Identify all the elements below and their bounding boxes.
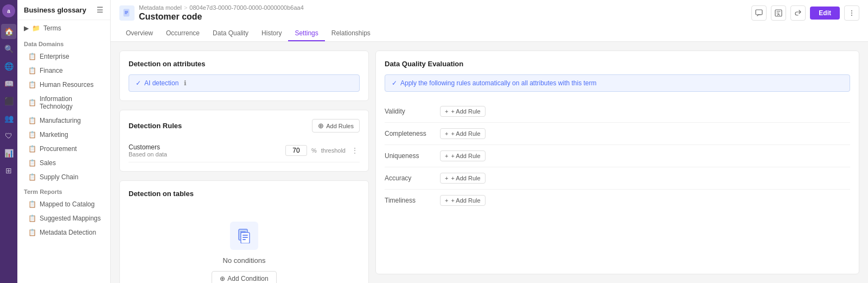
rail-grid[interactable]: ⊞ bbox=[1, 163, 16, 178]
terms-folder-icon: 📁 bbox=[32, 24, 40, 32]
dq-apply-box: ✓ Apply the following rules automaticall… bbox=[385, 74, 850, 92]
sidebar-item-label: Sales bbox=[40, 159, 56, 167]
sidebar-item-enterprise[interactable]: 📋 Enterprise bbox=[17, 49, 110, 64]
domain-icon: 📋 bbox=[28, 117, 36, 124]
title-left: Metadata model > 0804e7d3-0000-7000-0000… bbox=[119, 4, 304, 22]
tab-data-quality[interactable]: Data Quality bbox=[206, 26, 255, 41]
rail-search[interactable]: 🔍 bbox=[1, 41, 16, 56]
terms-label: Terms bbox=[43, 24, 61, 32]
ai-check-icon: ✓ bbox=[136, 79, 141, 87]
top-bar-actions: Edit bbox=[751, 5, 859, 21]
share-button[interactable] bbox=[790, 5, 806, 21]
comment-button[interactable] bbox=[751, 5, 767, 21]
dq-row-validity: Validity + + Add Rule bbox=[385, 100, 850, 123]
sidebar-item-manufacturing[interactable]: 📋 Manufacturing bbox=[17, 114, 110, 128]
edit-button[interactable]: Edit bbox=[810, 7, 840, 20]
sidebar-item-mapped-to-catalog[interactable]: 📋 Mapped to Catalog bbox=[17, 197, 110, 211]
sidebar-item-human-resources[interactable]: 📋 Human Resources bbox=[17, 78, 110, 92]
sidebar-item-label: Supply Chain bbox=[40, 173, 78, 181]
add-rule-timeliness-button[interactable]: + + Add Rule bbox=[440, 195, 486, 206]
sidebar-item-metadata-detection[interactable]: 📋 Metadata Detection bbox=[17, 225, 110, 240]
svg-rect-14 bbox=[242, 235, 248, 236]
sidebar-item-finance[interactable]: 📋 Finance bbox=[17, 64, 110, 78]
breadcrumb-id: 0804e7d3-0000-7000-0000-0000000b6aa4 bbox=[189, 4, 303, 11]
detection-attrs-title: Detection on attributes bbox=[129, 60, 360, 68]
tab-occurrence[interactable]: Occurrence bbox=[159, 26, 206, 41]
top-bar: Metadata model > 0804e7d3-0000-7000-0000… bbox=[111, 0, 868, 42]
plus-icon: + bbox=[445, 175, 448, 181]
rail-home[interactable]: 🏠 bbox=[1, 24, 16, 39]
bookmark-button[interactable] bbox=[771, 5, 786, 21]
sidebar-item-label: Enterprise bbox=[40, 53, 69, 60]
svg-rect-15 bbox=[242, 237, 248, 238]
tab-overview[interactable]: Overview bbox=[119, 26, 159, 41]
rail-book[interactable]: 📖 bbox=[1, 76, 16, 91]
rule-more-icon[interactable]: ⋮ bbox=[350, 145, 360, 156]
tab-settings[interactable]: Settings bbox=[288, 26, 324, 41]
rule-sub: Based on data bbox=[129, 151, 281, 158]
page-title: Customer code bbox=[139, 12, 202, 21]
left-panel: Detection on attributes ✓ AI detection ℹ… bbox=[119, 51, 369, 274]
sidebar-item-procurement[interactable]: 📋 Procurement bbox=[17, 142, 110, 156]
expand-icon: ▶ bbox=[24, 24, 29, 32]
threshold-input[interactable] bbox=[285, 145, 307, 156]
add-condition-button[interactable]: ⊕ Add Condition bbox=[212, 271, 276, 283]
sidebar-item-sales[interactable]: 📋 Sales bbox=[17, 156, 110, 170]
sidebar-item-suggested-mappings[interactable]: 📋 Suggested Mappings bbox=[17, 211, 110, 225]
breadcrumb: Metadata model > 0804e7d3-0000-7000-0000… bbox=[139, 4, 304, 11]
sidebar-item-label: Metadata Detection bbox=[40, 229, 96, 236]
rail-users[interactable]: 👥 bbox=[1, 111, 16, 126]
dq-row-timeliness: Timeliness + + Add Rule bbox=[385, 190, 850, 211]
nav-menu-icon[interactable]: ☰ bbox=[97, 5, 104, 14]
add-rule-accuracy-button[interactable]: + + Add Rule bbox=[440, 173, 486, 184]
detection-tables-card: Detection on tables bbox=[119, 180, 369, 283]
add-rule-completeness-button[interactable]: + + Add Rule bbox=[440, 128, 486, 139]
report-icon: 📋 bbox=[28, 200, 36, 208]
svg-rect-4 bbox=[756, 10, 762, 15]
sidebar-item-label: Marketing bbox=[40, 131, 68, 139]
more-button[interactable] bbox=[844, 5, 859, 21]
rail-chart[interactable]: 📊 bbox=[1, 146, 16, 161]
breadcrumb-model: Metadata model bbox=[139, 4, 182, 11]
sidebar-item-information-technology[interactable]: 📋 Information Technology bbox=[17, 92, 110, 114]
tab-history[interactable]: History bbox=[255, 26, 288, 41]
rail-box[interactable]: ⬛ bbox=[1, 93, 16, 109]
detection-tables-title: Detection on tables bbox=[129, 190, 360, 198]
sidebar-item-marketing[interactable]: 📋 Marketing bbox=[17, 128, 110, 142]
report-icon: 📋 bbox=[28, 229, 36, 236]
breadcrumb-sep: > bbox=[184, 4, 187, 11]
page-icon bbox=[119, 5, 135, 21]
dq-check-icon: ✓ bbox=[392, 79, 397, 87]
main-content: Metadata model > 0804e7d3-0000-7000-0000… bbox=[111, 0, 868, 283]
sidebar-item-label: Human Resources bbox=[40, 81, 93, 89]
icon-rail: a 🏠 🔍 🌐 📖 ⬛ 👥 🛡 📊 ⊞ bbox=[0, 0, 17, 283]
detection-attrs-card: Detection on attributes ✓ AI detection ℹ bbox=[119, 51, 369, 101]
plus-circle-icon: ⊕ bbox=[318, 122, 324, 130]
sidebar-item-supply-chain[interactable]: 📋 Supply Chain bbox=[17, 170, 110, 184]
nav-header: Business glossary ☰ bbox=[17, 0, 110, 20]
add-rules-button[interactable]: ⊕ Add Rules bbox=[312, 119, 360, 133]
term-reports-label: Term Reports bbox=[17, 184, 110, 197]
sidebar-item-label: Suggested Mappings bbox=[40, 215, 101, 222]
add-rule-validity-button[interactable]: + + Add Rule bbox=[440, 106, 486, 117]
domain-icon: 📋 bbox=[28, 159, 36, 167]
app-logo[interactable]: a bbox=[2, 4, 15, 17]
plus-icon: + bbox=[445, 197, 448, 204]
ai-info-icon[interactable]: ℹ bbox=[184, 79, 187, 87]
tab-relationships[interactable]: Relationships bbox=[325, 26, 377, 41]
sidebar-item-label: Manufacturing bbox=[40, 117, 81, 124]
add-condition-label: Add Condition bbox=[227, 275, 268, 282]
svg-point-6 bbox=[851, 10, 852, 11]
add-rule-uniqueness-button[interactable]: + + Add Rule bbox=[440, 150, 486, 161]
domain-icon: 📋 bbox=[28, 53, 36, 60]
no-conditions-text: No conditions bbox=[223, 256, 266, 265]
rail-shield[interactable]: 🛡 bbox=[1, 128, 16, 143]
detection-rules-title: Detection Rules bbox=[129, 122, 182, 130]
dq-card: Data Quality Evaluation ✓ Apply the foll… bbox=[375, 51, 859, 274]
ai-detection-box: ✓ AI detection ℹ bbox=[129, 74, 360, 92]
rail-globe[interactable]: 🌐 bbox=[1, 59, 16, 74]
plus-icon: + bbox=[445, 130, 448, 137]
dq-row-accuracy: Accuracy + + Add Rule bbox=[385, 167, 850, 190]
dq-row-uniqueness: Uniqueness + + Add Rule bbox=[385, 145, 850, 167]
nav-terms[interactable]: ▶ 📁 Terms bbox=[17, 20, 110, 36]
